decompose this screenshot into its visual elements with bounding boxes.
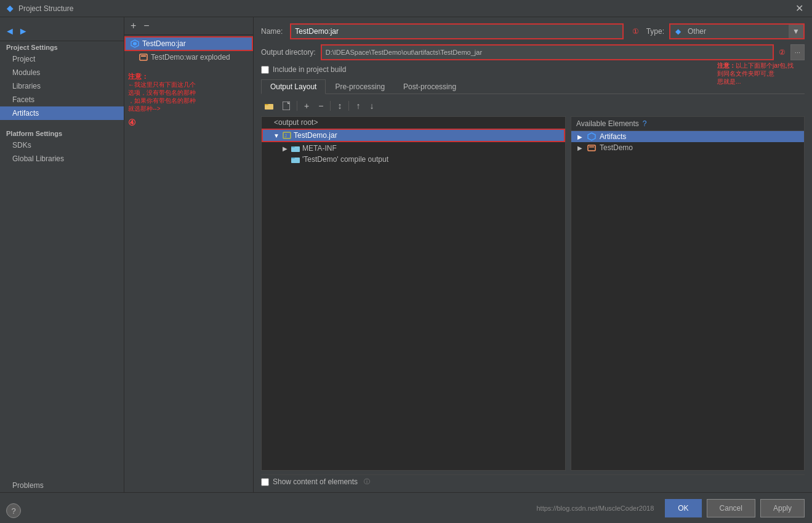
svg-rect-12 bbox=[291, 158, 295, 159]
remove-btn[interactable]: − bbox=[315, 99, 327, 113]
artifacts-list: TestDemo:jar TestDemo:war exploded bbox=[124, 35, 253, 63]
output-root-label: <output root> bbox=[274, 118, 318, 127]
footer: ? https://blog.csdn.net/MuscleCoder2018 … bbox=[0, 492, 812, 523]
output-toolbar: + − ↕ ↑ ↓ bbox=[261, 98, 805, 114]
type-select[interactable]: ◆ Other ▼ bbox=[669, 23, 805, 39]
available-item-testdemo[interactable]: ▶ TestDemo bbox=[571, 142, 804, 153]
cancel-button[interactable]: Cancel bbox=[707, 499, 755, 517]
artifacts-arrow: ▶ bbox=[576, 133, 584, 140]
sort-btn[interactable]: ↕ bbox=[334, 99, 345, 113]
available-item-artifacts[interactable]: ▶ Artifacts bbox=[571, 131, 804, 142]
artifacts-group-label: Artifacts bbox=[600, 132, 626, 141]
sidebar-item-libraries[interactable]: Libraries bbox=[0, 79, 124, 93]
output-dir-button[interactable]: ··· bbox=[790, 44, 805, 60]
name-type-row: Name: ① Type: ◆ Other ▼ bbox=[261, 23, 805, 39]
toolbar-sep-3 bbox=[348, 101, 349, 111]
testdemo-arrow: ▶ bbox=[576, 144, 584, 151]
sidebar-item-project[interactable]: Project bbox=[0, 52, 124, 66]
apply-button[interactable]: Apply bbox=[760, 499, 805, 517]
show-content-info-icon: ⓘ bbox=[364, 477, 370, 486]
svg-rect-14 bbox=[588, 145, 595, 151]
name-input-wrap bbox=[290, 23, 623, 39]
back-button[interactable]: ◄ bbox=[5, 26, 15, 37]
folder-btn[interactable] bbox=[261, 99, 277, 113]
svg-rect-6 bbox=[283, 102, 290, 110]
svg-marker-13 bbox=[588, 133, 595, 140]
available-panel: Available Elements ? ▶ Artifacts ▶ bbox=[571, 116, 805, 471]
sidebar-item-facets[interactable]: Facets bbox=[0, 93, 124, 106]
svg-rect-15 bbox=[589, 146, 594, 148]
sidebar-item-problems[interactable]: Problems bbox=[0, 479, 124, 492]
ok-button[interactable]: OK bbox=[665, 499, 701, 517]
output-root-arrow bbox=[264, 119, 271, 126]
output-dir-label: Output directory: bbox=[261, 48, 316, 57]
tree-item-output-root[interactable]: <output root> bbox=[262, 117, 565, 128]
type-label: Type: bbox=[646, 27, 664, 36]
platform-settings-label: Platform Settings bbox=[0, 127, 124, 138]
content-panel: Name: ① Type: ◆ Other ▼ 注意：以上下面那个jar包,找到… bbox=[254, 17, 812, 492]
testdemo-jar-arrow: ▼ bbox=[273, 132, 280, 139]
svg-text:J: J bbox=[284, 134, 287, 138]
testdemo-group-icon bbox=[587, 143, 596, 152]
title-bar-text: Project Structure bbox=[18, 4, 792, 13]
output-dir-row: Output directory: ② ··· bbox=[261, 44, 805, 60]
sidebar: ◄ ► Project Settings Project Modules Lib… bbox=[0, 17, 124, 492]
annotation-1: ① bbox=[632, 27, 639, 36]
testdemo-group-label: TestDemo bbox=[600, 143, 633, 152]
tree-item-testdemo-jar[interactable]: ▼ J TestDemo.jar bbox=[262, 129, 565, 142]
app-icon: ◆ bbox=[5, 4, 15, 14]
type-icon: ◆ bbox=[675, 27, 681, 36]
artifact-item-testdemo-war-label: TestDemo:war exploded bbox=[151, 53, 230, 62]
svg-rect-2 bbox=[140, 54, 147, 60]
meta-inf-label: META-INF bbox=[302, 144, 337, 153]
tab-output-layout[interactable]: Output Layout bbox=[261, 79, 326, 94]
move-up-btn[interactable]: ↑ bbox=[352, 99, 364, 113]
name-input[interactable] bbox=[290, 23, 623, 39]
jar-icon bbox=[131, 39, 139, 48]
main-area: ◄ ► Project Settings Project Modules Lib… bbox=[0, 17, 812, 492]
svg-rect-10 bbox=[291, 146, 295, 148]
svg-marker-1 bbox=[133, 42, 137, 46]
file-btn[interactable] bbox=[279, 99, 294, 113]
folder-icon bbox=[291, 144, 300, 153]
sidebar-item-artifacts[interactable]: Artifacts bbox=[0, 106, 124, 120]
tab-pre-processing[interactable]: Pre-processing bbox=[326, 79, 394, 94]
help-button[interactable]: ? bbox=[6, 503, 21, 518]
include-checkbox[interactable] bbox=[261, 66, 269, 74]
svg-rect-5 bbox=[265, 104, 268, 105]
war-icon bbox=[139, 53, 148, 62]
annotation-note1: 注意： bbox=[128, 72, 249, 81]
help-icon[interactable]: ? bbox=[643, 119, 647, 128]
annotation-text1: ←我这里只有下面这几个 选项，没有带包名的那种 ，如果你有带包名的那种 就选那种… bbox=[128, 81, 249, 113]
artifact-item-testdemo-jar-label: TestDemo:jar bbox=[142, 39, 186, 48]
sidebar-item-modules[interactable]: Modules bbox=[0, 66, 124, 79]
artifact-item-testdemo-war[interactable]: TestDemo:war exploded bbox=[124, 51, 253, 63]
output-layout-container: <output root> ▼ J TestDemo.jar ▶ bbox=[261, 116, 805, 471]
artifact-item-testdemo-jar[interactable]: TestDemo:jar bbox=[124, 36, 253, 51]
jar-tree-icon: J bbox=[283, 131, 291, 140]
testdemo-jar-tree-label: TestDemo.jar bbox=[294, 131, 337, 140]
show-content-label: Show content of elements bbox=[273, 477, 358, 486]
add-btn[interactable]: + bbox=[300, 99, 313, 113]
dropdown-arrow-icon[interactable]: ▼ bbox=[789, 25, 803, 38]
sidebar-item-global-libraries[interactable]: Global Libraries bbox=[0, 152, 124, 166]
close-button[interactable]: ✕ bbox=[792, 1, 807, 15]
artifacts-toolbar: + − bbox=[124, 17, 253, 35]
tree-item-compile-output[interactable]: 'TestDemo' compile output bbox=[262, 154, 565, 165]
show-content-checkbox[interactable] bbox=[261, 478, 269, 486]
remove-artifact-button[interactable]: − bbox=[141, 20, 151, 32]
type-value: Other bbox=[688, 27, 706, 36]
toolbar-sep-1 bbox=[297, 101, 297, 111]
forward-button[interactable]: ► bbox=[18, 26, 28, 37]
artifacts-group-icon bbox=[587, 132, 596, 141]
bottom-row: Show content of elements ⓘ bbox=[261, 474, 805, 486]
footer-url: https://blog.csdn.net/MuscleCoder2018 bbox=[7, 505, 654, 512]
tree-item-meta-inf[interactable]: ▶ META-INF bbox=[262, 143, 565, 154]
sidebar-item-sdks[interactable]: SDKs bbox=[0, 138, 124, 152]
tab-post-processing[interactable]: Post-processing bbox=[394, 79, 465, 94]
move-down-btn[interactable]: ↓ bbox=[366, 99, 377, 113]
add-artifact-button[interactable]: + bbox=[128, 20, 139, 32]
compile-output-arrow bbox=[281, 156, 289, 163]
toolbar-sep-2 bbox=[330, 101, 331, 111]
output-dir-input[interactable] bbox=[321, 44, 774, 60]
